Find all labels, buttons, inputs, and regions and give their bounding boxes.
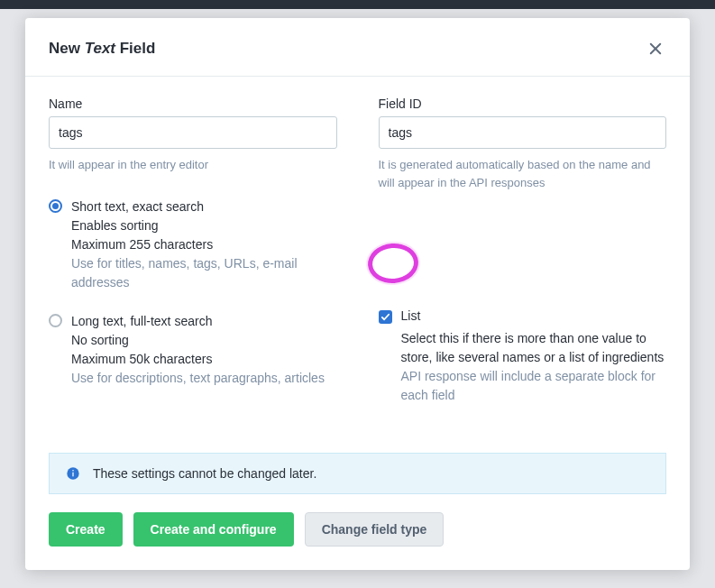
title-post: Field	[115, 40, 155, 57]
info-banner-text: These settings cannot be changed later.	[93, 466, 316, 481]
list-checkbox[interactable]	[379, 310, 392, 324]
radio-short-text[interactable]	[49, 199, 62, 213]
list-desc-line1: Select this if there is more than one va…	[401, 329, 667, 367]
info-icon	[66, 466, 80, 481]
name-label: Name	[49, 96, 337, 111]
option-short-text[interactable]: Short text, exact search Enables sorting…	[49, 198, 337, 292]
list-label: List	[401, 308, 421, 323]
title-em: Text	[85, 40, 115, 57]
right-column: Field ID It is generated automatically b…	[379, 96, 667, 408]
fieldid-input[interactable]	[379, 116, 667, 149]
svg-rect-4	[72, 470, 73, 471]
option-long-line1: No sorting	[71, 331, 325, 350]
fieldid-help-text: It is generated automatically based on t…	[379, 156, 667, 191]
name-help-text: It will appear in the entry editor	[49, 156, 337, 174]
modal-title: New Text Field	[49, 40, 155, 58]
name-input[interactable]	[49, 116, 337, 149]
option-short-line2: Maximum 255 characters	[71, 235, 337, 254]
list-option-row: List	[379, 308, 667, 324]
list-desc-line2: API response will include a separate blo…	[401, 367, 667, 405]
change-field-type-button[interactable]: Change field type	[305, 512, 445, 547]
option-long-line2: Maximum 50k characters	[71, 350, 325, 369]
close-icon[interactable]	[645, 38, 666, 60]
title-pre: New	[49, 40, 85, 57]
option-long-title: Long text, full-text search	[71, 312, 325, 331]
info-banner: These settings cannot be changed later.	[49, 453, 666, 494]
fieldid-label: Field ID	[379, 96, 667, 111]
create-and-configure-button[interactable]: Create and configure	[133, 512, 294, 547]
svg-rect-3	[72, 473, 73, 477]
option-long-text[interactable]: Long text, full-text search No sorting M…	[49, 312, 337, 388]
option-long-sub: Use for descriptions, text paragraphs, a…	[71, 369, 325, 388]
option-short-title: Short text, exact search	[71, 198, 337, 216]
option-short-line1: Enables sorting	[71, 216, 337, 235]
left-column: Name It will appear in the entry editor …	[49, 96, 337, 408]
new-field-modal: New Text Field Name It will appear in th…	[25, 18, 690, 570]
create-button[interactable]: Create	[49, 512, 123, 547]
radio-long-text[interactable]	[49, 314, 62, 327]
option-short-sub: Use for titles, names, tags, URLs, e-mai…	[71, 254, 337, 292]
